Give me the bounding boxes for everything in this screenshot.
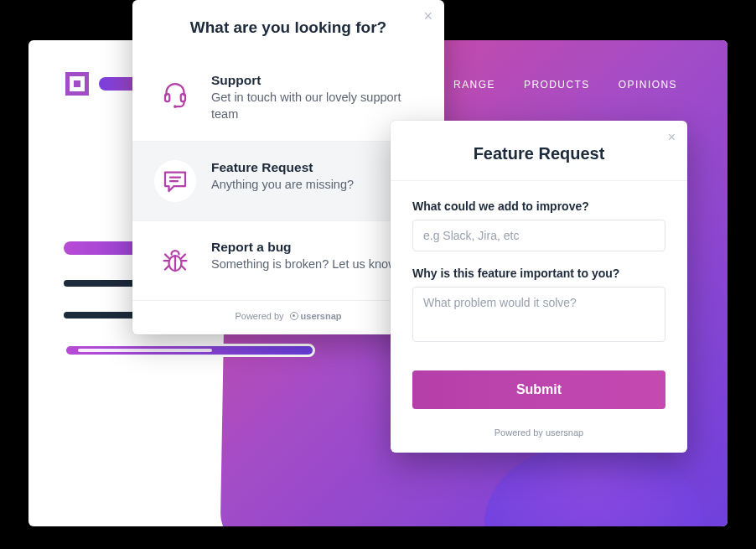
close-icon[interactable]: ×	[423, 8, 432, 23]
powered-by: Powered by usersnap	[391, 419, 687, 453]
improvement-input[interactable]	[412, 220, 665, 251]
importance-textarea[interactable]	[412, 287, 665, 342]
chat-icon	[154, 160, 196, 202]
nav-item[interactable]: RANGE	[453, 79, 495, 91]
headset-icon	[154, 73, 196, 115]
feature-request-modal: × Feature Request What could we add to i…	[391, 121, 687, 453]
close-icon[interactable]: ×	[668, 131, 676, 144]
logo-mark-icon	[65, 72, 89, 96]
bug-icon	[154, 240, 196, 282]
submit-button[interactable]: Submit	[412, 370, 665, 409]
question-2-label: Why is this feature important to you?	[412, 267, 665, 280]
svg-point-2	[173, 105, 177, 108]
nav-item[interactable]: PRODUCTS	[524, 79, 590, 91]
menu-item-title: Feature Request	[211, 160, 354, 175]
modal-title: What are you looking for?	[154, 18, 422, 49]
menu-item-desc: Something is broken? Let us know!	[211, 256, 401, 273]
menu-item-title: Support	[211, 73, 422, 88]
modal-title: Feature Request	[411, 144, 667, 163]
usersnap-logo-icon	[290, 312, 298, 320]
placeholder-bar	[64, 344, 315, 357]
nav-item[interactable]: OPINIONS	[619, 79, 677, 91]
menu-item-desc: Get in touch with our lovely support tea…	[211, 90, 422, 122]
menu-item-desc: Anything you are missing?	[211, 177, 354, 194]
menu-item-title: Report a bug	[211, 240, 401, 255]
question-1-label: What could we add to improve?	[412, 199, 665, 213]
